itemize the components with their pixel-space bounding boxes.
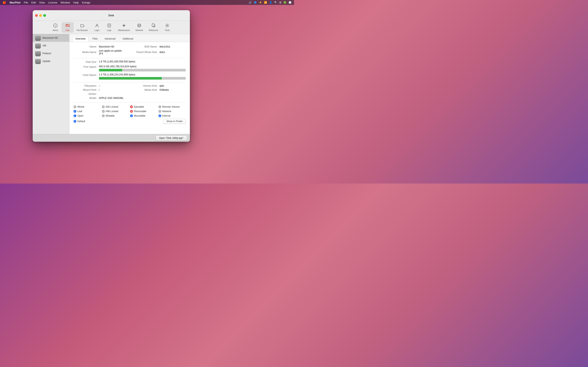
prop-default: ✓ Default — [73, 119, 101, 124]
used-space-bar-bg — [162, 77, 186, 80]
volume-kind-value: apfs — [159, 84, 186, 87]
tab-additional[interactable]: Additional — [120, 36, 136, 42]
sw-locked-icon: ✕ — [102, 105, 105, 108]
tab-files[interactable]: Files — [89, 36, 101, 42]
close-button[interactable] — [35, 14, 38, 17]
hw-locked-icon: ✕ — [102, 110, 105, 113]
svg-point-6 — [96, 24, 98, 26]
toolbar-maintenance[interactable]: Maintenance — [115, 22, 133, 33]
prop-writable: ✕ Writable — [102, 114, 130, 117]
mountable-icon: ✓ — [130, 114, 133, 117]
maximize-button[interactable] — [43, 14, 46, 17]
reference-icon — [151, 23, 156, 29]
svg-rect-15 — [152, 24, 154, 26]
menubar-file[interactable]: File — [24, 1, 28, 4]
sidebar-item-update[interactable]: Update — [33, 57, 69, 65]
login-label: Login — [95, 29, 99, 31]
prop-whole: ✕ Whole — [73, 105, 101, 108]
tools-label: Tools — [165, 29, 169, 31]
show-finder-container: Show in Finder — [158, 119, 186, 124]
info-grid: Name: Macintosh HD BSD Name: disk1s5s1 M… — [73, 45, 186, 55]
control-center-icon[interactable]: ⊞ — [279, 1, 281, 4]
prop-sw-locked: ✕ SW Locked — [102, 105, 130, 108]
logs-label: Logs — [107, 29, 112, 31]
network-prop-icon: ✕ — [158, 110, 161, 113]
toolbar-reference[interactable]: Reference — [146, 22, 161, 33]
toolbar-network[interactable]: Network — [133, 22, 146, 33]
sw-locked-label: SW Locked — [106, 105, 118, 108]
bsd-name-label: BSD Name: — [126, 45, 159, 48]
filesystem-value: -- — [99, 84, 125, 87]
total-size-label: Total Size: — [73, 60, 98, 64]
menubar-window[interactable]: Window — [61, 1, 70, 4]
maintenance-icon — [122, 23, 126, 29]
removable-icon: ✕ — [130, 110, 133, 113]
fs-info-grid: Filesystem: -- Volume Kind: apfs Mount P… — [73, 84, 186, 100]
file-browser-label: File Browser — [77, 29, 88, 31]
open-disk-utility-button[interactable]: Open "Disk Utility.app" — [156, 135, 187, 141]
apple-logo-icon[interactable]: 🍎 — [2, 1, 6, 4]
network-label: Network — [162, 110, 171, 113]
sidebar-item-vm[interactable]: VM — [33, 42, 69, 50]
svg-rect-4 — [66, 25, 68, 25]
toolbar-file-browser[interactable]: File Browser — [74, 22, 91, 33]
notification-icon[interactable]: 🟢 — [283, 1, 286, 4]
menubar-app-name[interactable]: MacPilot — [9, 1, 20, 4]
menubar-koingo[interactable]: Koingo — [82, 1, 90, 4]
sidebar: Macintosh HD VM Preboot Update — [33, 34, 69, 134]
volume-kind-label: Volume Kind: — [126, 84, 159, 87]
prop-mountable: ✓ Mountable — [130, 114, 158, 117]
internal-label: Internal — [162, 114, 171, 117]
menubar-edit[interactable]: Edit — [31, 1, 36, 4]
remote-volume-icon: ✕ — [158, 105, 161, 108]
prop-open: ✓ Open — [73, 114, 101, 117]
toolbar-disk[interactable]: Disk — [61, 22, 74, 33]
menubar-help[interactable]: Help — [73, 1, 79, 4]
toolbar: i About Disk File Browser — [33, 21, 190, 34]
menubar-left: 🍎 MacPilot File Edit View License Window… — [2, 1, 90, 4]
free-space-right: 492.8 GB (492,780,314,624 bytes) — [99, 65, 186, 72]
traffic-lights — [35, 14, 46, 17]
toolbar-login[interactable]: Login — [91, 22, 103, 33]
menubar-license[interactable]: License — [48, 1, 57, 4]
sidebar-item-preboot[interactable]: Preboot — [33, 50, 69, 57]
minimize-button[interactable] — [39, 14, 42, 17]
prop-internal: ✓ Internal — [158, 114, 186, 117]
mount-point-label: Mount Point: — [73, 89, 98, 91]
clock-icon: 🕐 — [288, 1, 292, 4]
disk-icon-vm — [35, 43, 41, 48]
file-browser-icon — [80, 23, 85, 29]
used-space-label: Used Space: — [73, 73, 98, 80]
tab-overview[interactable]: Overview — [72, 36, 89, 42]
leaf-label: Leaf — [77, 110, 82, 113]
whole-label: Whole — [77, 105, 84, 108]
default-label: Default — [77, 120, 85, 123]
media-name-label: Media Name: — [73, 51, 98, 54]
show-in-finder-button[interactable]: Show in Finder — [163, 119, 186, 124]
tools-icon — [165, 23, 169, 29]
sidebar-preboot-label: Preboot — [43, 52, 51, 55]
total-size-right: 1.8 TB (1,801,000,558,592 bytes) — [99, 60, 186, 64]
svg-point-16 — [167, 25, 168, 26]
tab-advanced[interactable]: Advanced — [102, 36, 118, 42]
properties-grid: ✕ Whole ✕ SW Locked ✕ Ejectable ✕ — [73, 105, 186, 124]
media-name-value: com.apple.os.update-2F4 — [99, 49, 125, 55]
filesystem-label: Filesystem: — [73, 84, 98, 87]
free-space-row: Free Space: 492.8 GB (492,780,314,624 by… — [73, 65, 186, 72]
toolbar-logs[interactable]: Logs — [103, 22, 115, 33]
titlebar: Disk — [33, 10, 190, 21]
prop-ejectable: ✕ Ejectable — [130, 105, 158, 108]
toolbar-tools[interactable]: Tools — [161, 22, 173, 33]
prop-remote-volume: ✕ Remote Volume — [158, 105, 186, 108]
disk-icon — [65, 23, 70, 29]
ejectable-icon: ✕ — [130, 105, 133, 108]
whole-icon: ✕ — [73, 105, 76, 108]
toolbar-about[interactable]: i About — [49, 22, 61, 33]
search-icon[interactable]: 🔍 — [274, 1, 277, 4]
name-value: Macintosh HD — [99, 45, 125, 48]
disk-icon-preboot — [35, 51, 41, 56]
free-space-bar-bg — [123, 69, 186, 71]
window-title: Disk — [108, 14, 114, 17]
menubar-view[interactable]: View — [39, 1, 45, 4]
sidebar-item-macintosh-hd[interactable]: Macintosh HD — [33, 34, 69, 42]
